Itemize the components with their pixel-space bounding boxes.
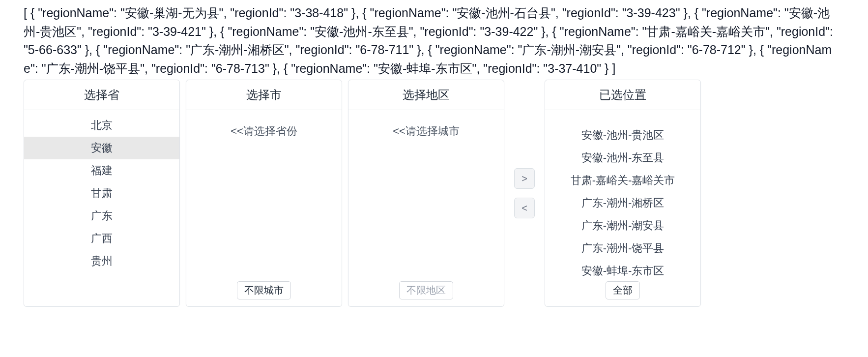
province-panel-title: 选择省 xyxy=(24,80,179,110)
add-selection-button[interactable]: > xyxy=(514,168,535,189)
city-panel: 选择市 <<请选择省份 不限城市 xyxy=(186,80,342,307)
json-dump-text: [ { "regionName": "安徽-巢湖-无为县", "regionId… xyxy=(24,4,844,80)
transfer-controls: > < xyxy=(510,80,539,307)
city-placeholder: <<请选择省份 xyxy=(186,110,342,276)
district-panel-footer: 不限地区 xyxy=(348,276,504,306)
unlimited-district-button: 不限地区 xyxy=(399,281,453,299)
city-panel-title: 选择市 xyxy=(186,80,342,110)
district-placeholder: <<请选择城市 xyxy=(348,110,504,276)
select-all-button[interactable]: 全部 xyxy=(606,281,640,299)
selected-panel: 已选位置 安徽-池州-贵池区安徽-池州-东至县甘肃-嘉峪关-嘉峪关市广东-潮州-… xyxy=(545,80,701,307)
province-item[interactable]: 贵州 xyxy=(24,250,179,272)
province-item[interactable]: 福建 xyxy=(24,159,179,182)
province-item[interactable]: 安徽 xyxy=(24,137,179,159)
unlimited-city-button[interactable]: 不限城市 xyxy=(237,281,291,299)
region-selector: 选择省 北京安徽福建甘肃广东广西贵州 选择市 <<请选择省份 不限城市 选择地区… xyxy=(24,80,844,307)
district-panel: 选择地区 <<请选择城市 不限地区 xyxy=(348,80,504,307)
remove-selection-button[interactable]: < xyxy=(514,198,535,218)
selected-list[interactable]: 安徽-池州-贵池区安徽-池州-东至县甘肃-嘉峪关-嘉峪关市广东-潮州-湘桥区广东… xyxy=(545,110,700,276)
chevron-right-icon: > xyxy=(521,173,527,184)
province-list[interactable]: 北京安徽福建甘肃广东广西贵州 xyxy=(24,110,179,306)
selected-item[interactable]: 广东-潮州-湘桥区 xyxy=(545,192,700,214)
province-panel: 选择省 北京安徽福建甘肃广东广西贵州 xyxy=(24,80,180,307)
selected-item[interactable]: 安徽-蚌埠-东市区 xyxy=(545,260,700,276)
province-item[interactable]: 广西 xyxy=(24,227,179,250)
selected-panel-footer: 全部 xyxy=(545,276,700,306)
chevron-left-icon: < xyxy=(521,203,527,214)
selected-item[interactable]: 广东-潮州-饶平县 xyxy=(545,237,700,260)
selected-item[interactable]: 甘肃-嘉峪关-嘉峪关市 xyxy=(545,169,700,192)
selected-item[interactable]: 安徽-池州-东至县 xyxy=(545,147,700,169)
province-item[interactable]: 甘肃 xyxy=(24,182,179,205)
selected-panel-title: 已选位置 xyxy=(545,80,700,110)
district-panel-title: 选择地区 xyxy=(348,80,504,110)
selected-item[interactable]: 广东-潮州-潮安县 xyxy=(545,214,700,237)
province-item[interactable]: 广东 xyxy=(24,205,179,227)
city-panel-footer: 不限城市 xyxy=(186,276,342,306)
selected-item[interactable]: 安徽-池州-贵池区 xyxy=(545,124,700,147)
province-item[interactable]: 北京 xyxy=(24,114,179,137)
